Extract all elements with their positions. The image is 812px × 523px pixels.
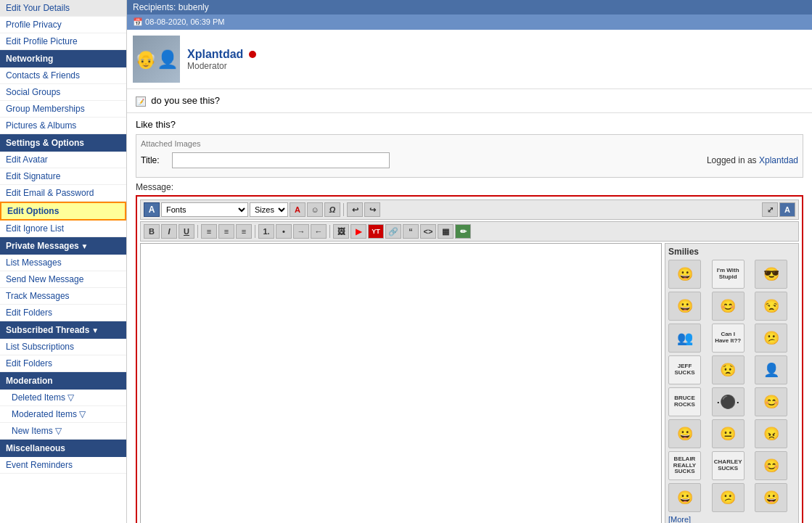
sidebar-item-event-reminders[interactable]: Event Reminders [0, 457, 126, 474]
align-center-button[interactable]: ≡ [218, 224, 234, 239]
sidebar-item-group-memberships[interactable]: Group Memberships [0, 101, 126, 118]
reply-label: Like this? [136, 119, 803, 130]
miscellaneous-header[interactable]: Miscellaneous [0, 440, 126, 457]
recipients-bar: Recipients: bubenly [127, 0, 812, 15]
smiley-3[interactable]: 😀 [668, 292, 701, 321]
smiley-8[interactable]: 😕 [755, 324, 787, 353]
toolbar-separator-3 [255, 225, 255, 238]
smiley-20[interactable]: 😊 [755, 451, 787, 480]
settings-options-header[interactable]: Settings & Options [0, 134, 126, 152]
table-button[interactable]: ▦ [438, 224, 454, 239]
youtube-button[interactable]: YT [368, 224, 384, 239]
bold-italic-button[interactable]: Ω [324, 202, 340, 217]
smiley-15[interactable]: 😀 [668, 419, 701, 448]
sidebar-item-edit-folders[interactable]: Edit Folders [0, 305, 126, 321]
sidebar-item-edit-folders-subscribed[interactable]: Edit Folders [0, 355, 126, 372]
message-date: 08-08-2020, 06:39 PM [145, 17, 224, 26]
title-input[interactable] [172, 152, 390, 168]
sidebar-item-edit-ignore-list[interactable]: Edit Ignore List [0, 221, 126, 237]
sidebar-item-edit-avatar[interactable]: Edit Avatar [0, 152, 126, 168]
sidebar-item-moderated-items[interactable]: Moderated Items ▽ [0, 406, 126, 423]
video-button[interactable]: ▶ [350, 224, 366, 239]
smilies-grid: 😀I'm With Stupid😎😀😊😒👥Can I Have It??😕JEF… [668, 260, 795, 512]
sizes-select[interactable]: Sizes 1 2 3 4 [250, 202, 288, 217]
moderation-header[interactable]: Moderation [0, 372, 126, 390]
font-format-icon[interactable]: A [144, 202, 160, 217]
online-indicator [249, 51, 256, 58]
username-link[interactable]: Xplantdad [187, 48, 243, 60]
eraser-button[interactable]: ✏ [455, 224, 471, 239]
smiley-custom-9[interactable]: JEFF SUCKS [668, 355, 701, 384]
smiley-10[interactable]: 😟 [712, 355, 745, 384]
sidebar-item-pictures-albums[interactable]: Pictures & Albums [0, 118, 126, 134]
smiley-11[interactable]: 👤 [755, 355, 787, 384]
sidebar-item-list-messages[interactable]: List Messages [0, 255, 126, 271]
message-subject-text: do you see this? [151, 95, 220, 106]
sidebar-item-new-items[interactable]: New Items ▽ [0, 423, 126, 440]
smiley-13[interactable]: ·⚫· [712, 387, 745, 416]
sidebar-item-social-groups[interactable]: Social Groups [0, 84, 126, 101]
align-right-button[interactable]: ≡ [236, 224, 252, 239]
sidebar-item-track-messages[interactable]: Track Messages [0, 288, 126, 305]
ordered-list-button[interactable]: 1. [258, 224, 274, 239]
private-messages-header[interactable]: Private Messages [0, 237, 126, 255]
sidebar-item-edit-email-password[interactable]: Edit Email & Password [0, 185, 126, 202]
link-image-button[interactable]: 🔗 [385, 224, 401, 239]
sidebar-item-deleted-items[interactable]: Deleted Items ▽ [0, 390, 126, 406]
smiley-16[interactable]: 😐 [712, 419, 745, 448]
bold-button[interactable]: B [144, 224, 160, 239]
smiley-2[interactable]: 😎 [755, 260, 787, 289]
networking-header[interactable]: Networking [0, 50, 126, 67]
expand-button[interactable]: ⤢ [762, 202, 778, 217]
smiley-17[interactable]: 😠 [755, 419, 787, 448]
smiley-21[interactable]: 😀 [668, 483, 701, 512]
quote-button[interactable]: “ [403, 224, 419, 239]
undo-button[interactable]: ↩ [347, 202, 363, 217]
title-row: Title: Logged in as Xplantdad [141, 152, 798, 168]
user-info-row: 👴 Xplantdad Moderator [127, 30, 812, 89]
sidebar-item-list-subscriptions[interactable]: List Subscriptions [0, 339, 126, 355]
logged-in-link[interactable]: Xplantdad [759, 155, 798, 165]
sidebar-item-profile-privacy[interactable]: Profile Privacy [0, 17, 126, 33]
fullscreen-button[interactable]: A [779, 202, 795, 217]
italic-button[interactable]: I [161, 224, 177, 239]
smiley-14[interactable]: 😊 [755, 387, 787, 416]
sidebar-item-edit-profile-picture[interactable]: Edit Profile Picture [0, 33, 126, 50]
unordered-list-button[interactable]: • [276, 224, 292, 239]
font-color-button[interactable]: A [290, 202, 305, 217]
sidebar-item-edit-your-details[interactable]: Edit Your Details [0, 0, 126, 17]
image-button[interactable]: 🖼 [333, 224, 349, 239]
smiley-custom-1[interactable]: I'm With Stupid [712, 260, 745, 289]
smiley-5[interactable]: 😒 [755, 292, 787, 321]
smiley-custom-7[interactable]: Can I Have It?? [712, 324, 745, 353]
redo-button[interactable]: ↪ [364, 202, 380, 217]
sidebar-item-edit-signature[interactable]: Edit Signature [0, 168, 126, 185]
smiley-4[interactable]: 😊 [712, 292, 745, 321]
editor-toolbar-row1: A Fonts Arial Times New Roman Courier Ve… [140, 199, 799, 220]
sidebar-item-edit-options[interactable]: Edit Options [0, 202, 126, 221]
align-left-button[interactable]: ≡ [201, 224, 217, 239]
smiley-custom-12[interactable]: BRUCE ROCKS [668, 387, 701, 416]
smiley-22[interactable]: 😕 [712, 483, 745, 512]
attached-images-section: Attached Images Title: Logged in as Xpla… [136, 134, 803, 178]
outdent-button[interactable]: ← [311, 224, 327, 239]
smiley-button[interactable]: ☺ [307, 202, 323, 217]
attached-images-legend: Attached Images [141, 139, 798, 148]
message-subject-row: 📝 do you see this? [127, 89, 812, 113]
indent-button[interactable]: → [293, 224, 309, 239]
message-textarea[interactable] [140, 243, 662, 523]
smiley-custom-19[interactable]: CHARLEY SUCKS [712, 451, 745, 480]
smiley-custom-18[interactable]: BELAIR REALLY SUCKS [668, 451, 701, 480]
smiley-0[interactable]: 😀 [668, 260, 701, 289]
underline-button[interactable]: U [179, 224, 194, 239]
smiley-6[interactable]: 👥 [668, 324, 701, 353]
subscribed-threads-header[interactable]: Subscribed Threads [0, 321, 126, 339]
more-smilies-link[interactable]: [More] [668, 515, 795, 523]
smiley-23[interactable]: 😀 [755, 483, 787, 512]
sidebar-item-contacts-friends[interactable]: Contacts & Friends [0, 67, 126, 84]
sidebar-item-send-new-message[interactable]: Send New Message [0, 271, 126, 288]
code-button[interactable]: <> [420, 224, 436, 239]
sidebar: Edit Your DetailsProfile PrivacyEdit Pro… [0, 0, 127, 523]
logged-in-text: Logged in as Xplantdad [707, 155, 798, 165]
fonts-select[interactable]: Fonts Arial Times New Roman Courier Verd… [161, 202, 248, 217]
